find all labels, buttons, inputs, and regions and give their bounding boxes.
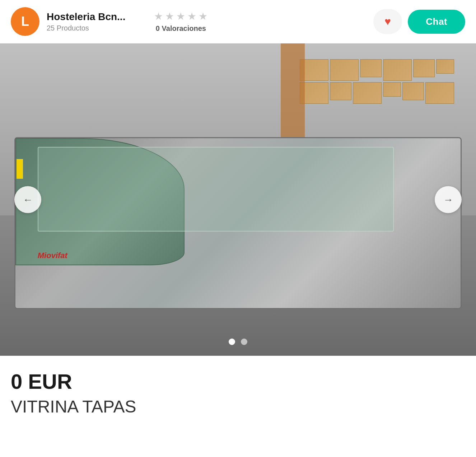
heart-icon: ♥ [384, 15, 391, 28]
valoraciones-count: 0 [156, 24, 160, 32]
page-container: L Hosteleria Bcn... 25 Productos ★ ★ ★ ★… [0, 0, 476, 427]
valoraciones-text: Valoraciones [162, 24, 206, 32]
seller-name: Hosteleria Bcn... [47, 11, 125, 23]
rating-section: ★ ★ ★ ★ ★ 0 Valoraciones [154, 10, 207, 33]
valoraciones-label: 0 Valoraciones [156, 24, 206, 33]
box-4 [383, 59, 412, 81]
carousel-dot-2[interactable] [241, 339, 247, 345]
star-2: ★ [165, 10, 174, 22]
box-6 [436, 59, 454, 74]
star-1: ★ [154, 10, 163, 22]
seller-info: Hosteleria Bcn... 25 Productos [47, 11, 125, 32]
carousel-next-button[interactable]: → [435, 186, 462, 213]
box-8 [330, 82, 351, 100]
box-9 [353, 82, 382, 104]
vitrina-display: Miovifat [14, 137, 462, 309]
seller-avatar[interactable]: L [11, 7, 39, 36]
product-image: Miovifat [0, 43, 476, 356]
box-11 [402, 82, 424, 100]
star-rating: ★ ★ ★ ★ ★ [154, 10, 207, 22]
carousel-dot-1[interactable] [229, 339, 235, 345]
star-4: ★ [187, 10, 196, 22]
carousel-prev-button[interactable]: ← [14, 186, 41, 213]
product-info: 0 EUR VITRINA TAPAS [0, 356, 476, 427]
favorite-button[interactable]: ♥ [373, 9, 402, 34]
seller-products-count: 25 Productos [47, 24, 125, 32]
header: L Hosteleria Bcn... 25 Productos ★ ★ ★ ★… [0, 0, 476, 43]
prev-arrow-icon: ← [23, 194, 33, 205]
brand-label: Miovifat [38, 251, 67, 260]
star-3: ★ [176, 10, 185, 22]
box-5 [413, 59, 435, 77]
avatar-letter: L [21, 14, 29, 29]
carousel-dots [229, 339, 247, 345]
yellow-tag [17, 159, 23, 179]
star-5: ★ [199, 10, 207, 22]
header-actions: ♥ Chat [373, 9, 465, 34]
box-2 [330, 59, 359, 81]
box-12 [425, 82, 454, 104]
product-title: VITRINA TAPAS [11, 397, 465, 416]
box-3 [360, 59, 382, 77]
image-carousel: Miovifat ← → [0, 43, 476, 356]
next-arrow-icon: → [443, 194, 453, 205]
product-price: 0 EUR [11, 370, 465, 393]
vitrina-glass [38, 147, 394, 232]
chat-button[interactable]: Chat [408, 10, 465, 34]
box-10 [383, 82, 401, 97]
